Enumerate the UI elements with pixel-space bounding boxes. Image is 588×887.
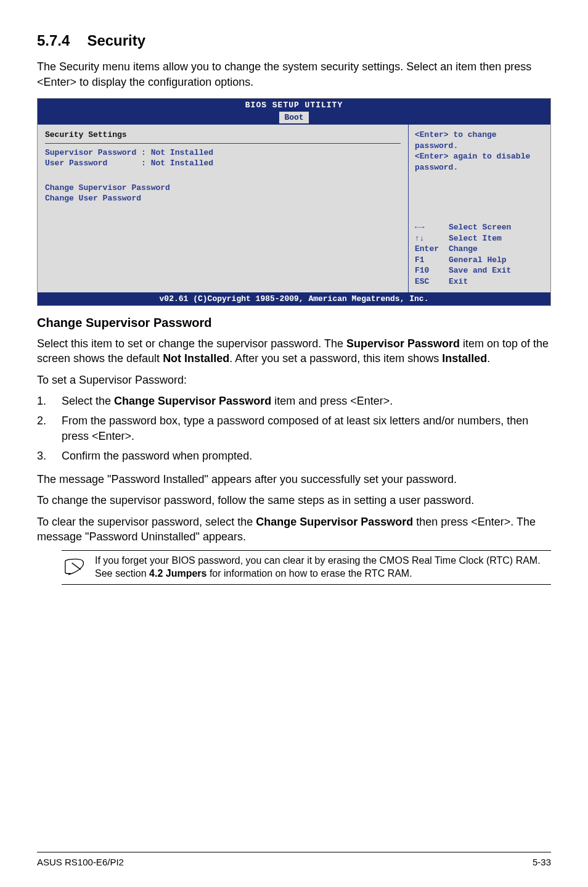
- section-number: 5.7.4: [37, 31, 70, 51]
- to-set-paragraph: To set a Supervisor Password:: [37, 373, 551, 387]
- bios-nav-line: F10Save and Exit: [415, 265, 544, 276]
- bios-nav-line: ↑↓Select Item: [415, 233, 544, 244]
- bios-main-pane: Security Settings Supervisor Password : …: [38, 125, 408, 292]
- bios-nav-line: ESCExit: [415, 276, 544, 287]
- intro-paragraph: The Security menu items allow you to cha…: [37, 59, 551, 89]
- bios-tab-boot: Boot: [279, 112, 308, 124]
- bios-supervisor-status: Supervisor Password : Not Installed: [45, 147, 401, 159]
- bios-change-supervisor: Change Supervisor Password: [45, 183, 401, 194]
- sub-heading: Change Supervisor Password: [37, 315, 551, 331]
- bios-copyright-footer: v02.61 (C)Copyright 1985-2009, American …: [38, 292, 550, 306]
- bios-nav-line: ←→Select Screen: [415, 222, 544, 233]
- section-title: Security: [87, 32, 145, 49]
- step-item: 2. From the password box, type a passwor…: [37, 413, 551, 444]
- bios-title: BIOS SETUP UTILITY: [38, 99, 550, 112]
- bios-tab-row: Boot: [38, 112, 550, 125]
- bios-security-heading: Security Settings: [45, 130, 401, 141]
- bios-change-user: Change User Password: [45, 193, 401, 204]
- bios-panel: BIOS SETUP UTILITY Boot Security Setting…: [37, 98, 551, 306]
- bios-user-status: User Password : Not Installed: [45, 158, 401, 169]
- bios-help-line1: <Enter> to change password.: [415, 130, 544, 151]
- bios-nav-line: F1General Help: [415, 255, 544, 266]
- after-set-paragraph: The message "Password Installed" appears…: [37, 472, 551, 487]
- steps-list: 1. Select the Change Supervisor Password…: [37, 394, 551, 463]
- bios-help-line2: <Enter> again to disable password.: [415, 151, 544, 173]
- change-pw-paragraph: To change the supervisor password, follo…: [37, 493, 551, 508]
- footer-page: 5-33: [533, 856, 551, 868]
- bios-nav-line: EnterChange: [415, 244, 544, 255]
- clear-pw-paragraph: To clear the supervisor password, select…: [37, 514, 551, 545]
- description-paragraph: Select this item to set or change the su…: [37, 336, 551, 366]
- section-heading: 5.7.4Security: [37, 31, 551, 51]
- step-item: 1. Select the Change Supervisor Password…: [37, 394, 551, 408]
- step-item: 3. Confirm the password when prompted.: [37, 448, 551, 463]
- note-icon: [64, 555, 95, 579]
- footer-model: ASUS RS100-E6/PI2: [37, 856, 124, 868]
- note-block: If you forget your BIOS password, you ca…: [62, 550, 551, 585]
- note-text: If you forget your BIOS password, you ca…: [95, 555, 549, 580]
- page-footer: ASUS RS100-E6/PI2 5-33: [37, 852, 551, 868]
- bios-help-pane: <Enter> to change password. <Enter> agai…: [408, 125, 550, 292]
